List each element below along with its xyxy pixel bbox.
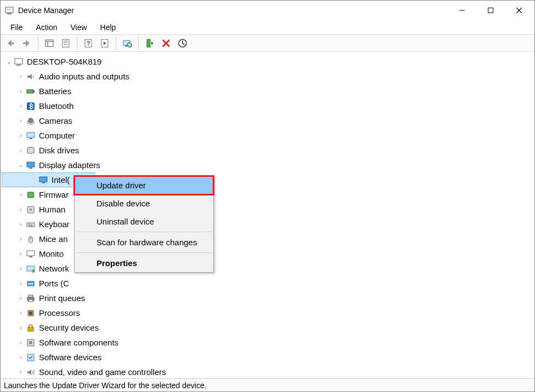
tree-category[interactable]: ›Cameras (2, 113, 534, 128)
help-button[interactable]: ? (81, 36, 96, 51)
svg-rect-68 (29, 295, 33, 297)
swd-icon (26, 353, 36, 362)
tree-category[interactable]: ›Print queues (2, 291, 534, 305)
svg-point-34 (29, 118, 33, 123)
cpu-icon (26, 308, 36, 318)
device-tree[interactable]: ⌄DESKTOP-504K819›Audio inputs and output… (1, 52, 534, 378)
scan-hardware-button[interactable] (119, 36, 135, 51)
context-menu-separator (77, 232, 211, 232)
close-button[interactable] (505, 1, 533, 20)
svg-rect-66 (32, 283, 33, 285)
tree-category[interactable]: ›Bluetooth (2, 99, 534, 113)
forward-button[interactable] (19, 36, 35, 51)
disable-button[interactable] (175, 36, 190, 51)
camera-icon (26, 116, 36, 126)
show-all-button[interactable] (42, 36, 57, 51)
context-menu-separator (77, 252, 211, 253)
app-icon (5, 6, 14, 15)
tree-device-label: Intel( (52, 175, 70, 185)
tree-category-label: Firmwar (39, 190, 69, 199)
toolbar-separator (38, 37, 38, 50)
svg-rect-30 (27, 90, 33, 93)
properties-button[interactable] (58, 36, 73, 51)
update-driver-button[interactable] (142, 36, 157, 51)
tree-category[interactable]: ›Disk drives (2, 143, 534, 158)
tree-category-label: Software components (39, 338, 118, 347)
swc-icon (26, 338, 36, 348)
back-button[interactable] (3, 36, 18, 51)
context-menu-item[interactable]: Disable device (75, 194, 213, 212)
hid-icon (26, 205, 36, 215)
tree-category-label: Keyboar (39, 220, 70, 229)
tree-category-label: Monito (39, 249, 64, 258)
toolbar-separator (77, 37, 77, 50)
status-text: Launches the Update Driver Wizard for th… (4, 381, 207, 390)
svg-rect-64 (29, 283, 30, 285)
svg-rect-40 (39, 177, 47, 182)
svg-rect-59 (27, 251, 35, 256)
action-button[interactable] (97, 36, 112, 51)
context-menu-item[interactable]: Update driver (75, 176, 213, 194)
tree-category[interactable]: ›Batteries (2, 84, 534, 99)
tree-category-label: Audio inputs and outputs (39, 72, 129, 81)
menu-action[interactable]: Action (30, 22, 64, 33)
tree-category[interactable]: ›Computer (2, 128, 534, 143)
tree-category[interactable]: ⌄Display adapters (2, 158, 534, 172)
svg-rect-65 (30, 283, 31, 285)
menu-view[interactable]: View (64, 22, 93, 33)
tree-category-label: Batteries (39, 87, 71, 96)
context-menu-item[interactable]: Scan for hardware changes (75, 233, 213, 251)
tree-category[interactable]: ›Software devices (2, 350, 534, 365)
context-menu-item[interactable]: Uninstall device (75, 212, 213, 230)
uninstall-button[interactable] (158, 36, 174, 51)
tree-category-label: Disk drives (39, 146, 79, 155)
svg-rect-56 (29, 225, 32, 226)
svg-rect-60 (29, 256, 32, 257)
toolbar-separator (138, 37, 139, 50)
svg-rect-5 (488, 8, 493, 13)
svg-rect-13 (62, 39, 69, 47)
computer-icon (14, 57, 24, 67)
maximize-button[interactable] (476, 1, 505, 20)
tree-category[interactable]: ›Audio inputs and outputs (2, 69, 534, 84)
svg-rect-28 (15, 59, 22, 64)
svg-rect-35 (27, 132, 35, 137)
tree-category[interactable]: ›Security devices (2, 320, 534, 335)
toolbar: ? (1, 34, 534, 52)
minimize-button[interactable] (448, 1, 476, 20)
svg-rect-1 (7, 13, 12, 14)
toolbar-separator (116, 37, 116, 50)
menu-help[interactable]: Help (94, 22, 123, 33)
speaker-icon (26, 72, 36, 82)
tree-category[interactable]: ›Ports (C (2, 276, 534, 291)
display-icon (26, 160, 36, 170)
svg-rect-36 (29, 138, 32, 139)
display-icon (38, 175, 48, 185)
svg-rect-10 (45, 40, 53, 47)
svg-rect-24 (147, 39, 150, 47)
menu-file[interactable]: File (4, 22, 30, 33)
tree-category[interactable]: ›Software components (2, 335, 534, 350)
svg-text:?: ? (87, 40, 90, 47)
tree-category[interactable]: ›Processors (2, 305, 534, 320)
tree-category-label: Display adapters (39, 160, 100, 170)
svg-rect-54 (30, 224, 31, 225)
mouse-icon (26, 234, 36, 244)
svg-point-2 (7, 9, 8, 10)
tree-category-label: Mice an (39, 234, 68, 244)
tree-category-label: Ports (C (39, 279, 69, 288)
tree-category[interactable]: ›Sound, video and game controllers (2, 365, 534, 378)
keyboard-icon (26, 220, 36, 229)
tree-category-label: Processors (39, 308, 80, 318)
disk-icon (26, 146, 36, 155)
svg-rect-39 (29, 168, 32, 169)
context-menu: Update driverDisable deviceUninstall dev… (74, 176, 214, 273)
tree-category-label: Bluetooth (39, 101, 73, 111)
window-title: Device Manager (18, 6, 448, 15)
menubar: File Action View Help (1, 20, 534, 34)
tree-root[interactable]: ⌄DESKTOP-504K819 (2, 54, 534, 69)
sound-icon (26, 367, 36, 377)
svg-point-3 (9, 9, 10, 10)
context-menu-item[interactable]: Properties (75, 254, 213, 272)
svg-rect-55 (31, 224, 32, 225)
